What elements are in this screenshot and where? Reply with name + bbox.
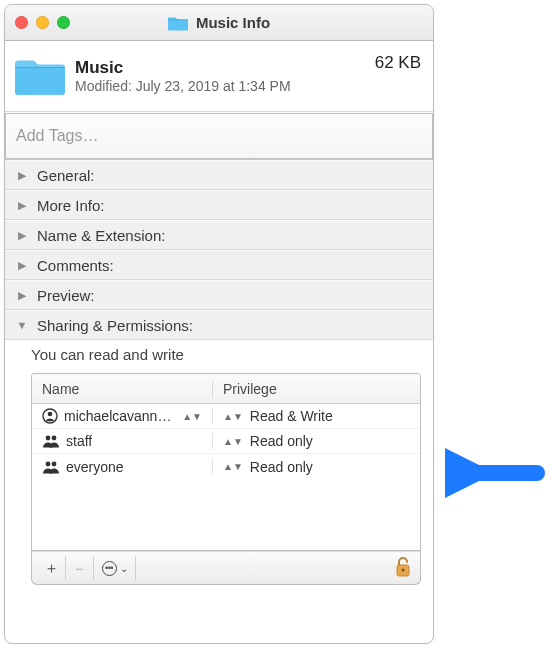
modified-value: July 23, 2019 at 1:34 PM <box>136 78 291 94</box>
chevron-down-icon: ▼ <box>15 319 29 331</box>
info-header: Music Modified: July 23, 2019 at 1:34 PM… <box>5 41 433 112</box>
section-sharing-permissions[interactable]: ▼ Sharing & Permissions: <box>5 310 433 340</box>
table-row[interactable]: staff ▲▼ Read only <box>32 429 420 454</box>
section-label: Preview: <box>37 287 95 304</box>
svg-point-4 <box>46 436 51 441</box>
svg-point-3 <box>48 412 53 417</box>
person-icon <box>42 408 58 424</box>
info-window: Music Info Music Modified: July 23, 2019… <box>4 4 434 644</box>
window-title: Music Info <box>196 14 270 31</box>
column-privilege[interactable]: Privilege <box>212 381 420 397</box>
table-row[interactable]: michaelcavann… ▲▼ ▲▼ Read & Write <box>32 404 420 429</box>
permission-summary: You can read and write <box>31 346 421 363</box>
group-icon <box>42 460 60 474</box>
permissions-toolbar: ＋ − ••• ⌄ <box>31 551 421 585</box>
svg-point-9 <box>402 569 405 572</box>
stepper-icon: ▲▼ <box>223 411 243 422</box>
chevron-right-icon: ▶ <box>15 169 29 182</box>
sections-list: ▶ General: ▶ More Info: ▶ Name & Extensi… <box>5 160 433 340</box>
minimize-window-button[interactable] <box>36 16 49 29</box>
action-menu-button[interactable]: ••• ⌄ <box>94 556 136 580</box>
section-label: Name & Extension: <box>37 227 165 244</box>
close-window-button[interactable] <box>15 16 28 29</box>
folder-icon <box>168 14 188 32</box>
item-size: 62 KB <box>375 53 421 73</box>
svg-point-7 <box>52 461 57 466</box>
lock-button[interactable] <box>394 557 412 579</box>
column-name[interactable]: Name <box>32 381 212 397</box>
remove-button[interactable]: − <box>66 556 94 580</box>
section-more-info[interactable]: ▶ More Info: <box>5 190 433 220</box>
add-button[interactable]: ＋ <box>38 556 66 580</box>
chevron-right-icon: ▶ <box>15 199 29 212</box>
table-header: Name Privilege <box>32 374 420 404</box>
titlebar: Music Info <box>5 5 433 41</box>
privilege-value: Read & Write <box>250 408 333 424</box>
zoom-window-button[interactable] <box>57 16 70 29</box>
chevron-down-icon: ⌄ <box>120 563 128 574</box>
item-name: Music <box>75 58 365 78</box>
section-label: More Info: <box>37 197 105 214</box>
chevron-right-icon: ▶ <box>15 229 29 242</box>
tags-section <box>5 112 433 160</box>
folder-icon <box>15 51 65 101</box>
chevron-right-icon: ▶ <box>15 289 29 302</box>
user-name: staff <box>66 433 92 449</box>
group-icon <box>42 434 60 448</box>
user-name: everyone <box>66 459 124 475</box>
svg-point-5 <box>52 436 57 441</box>
ellipsis-icon: ••• <box>102 561 117 576</box>
permissions-table: Name Privilege michaelcavann… ▲▼ ▲▼ Read… <box>31 373 421 551</box>
section-preview[interactable]: ▶ Preview: <box>5 280 433 310</box>
svg-point-6 <box>46 461 51 466</box>
tags-input[interactable] <box>5 113 433 159</box>
section-comments[interactable]: ▶ Comments: <box>5 250 433 280</box>
privilege-value: Read only <box>250 433 313 449</box>
section-general[interactable]: ▶ General: <box>5 160 433 190</box>
window-controls <box>15 16 70 29</box>
chevron-right-icon: ▶ <box>15 259 29 272</box>
stepper-icon: ▲▼ <box>223 461 243 472</box>
user-name: michaelcavann… <box>64 408 171 424</box>
sharing-body: You can read and write Name Privilege mi… <box>5 340 433 643</box>
privilege-value: Read only <box>250 459 313 475</box>
stepper-icon: ▲▼ <box>182 411 202 422</box>
section-name-extension[interactable]: ▶ Name & Extension: <box>5 220 433 250</box>
section-label: Comments: <box>37 257 114 274</box>
svg-rect-1 <box>15 68 65 95</box>
table-row[interactable]: everyone ▲▼ Read only <box>32 454 420 479</box>
modified-label: Modified: <box>75 78 132 94</box>
section-label: Sharing & Permissions: <box>37 317 193 334</box>
annotation-arrow <box>445 448 545 498</box>
section-label: General: <box>37 167 95 184</box>
stepper-icon: ▲▼ <box>223 436 243 447</box>
